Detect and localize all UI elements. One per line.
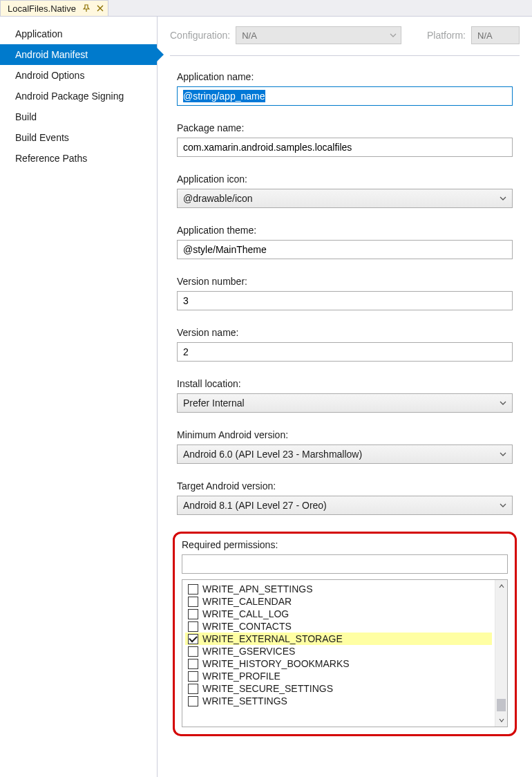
sidebar-item[interactable]: Android Manifest bbox=[0, 44, 157, 65]
permission-name: WRITE_CALL_LOG bbox=[202, 608, 289, 619]
permission-name: WRITE_APN_SETTINGS bbox=[202, 583, 312, 595]
tab-title: LocalFiles.Native bbox=[8, 3, 76, 14]
platform-dropdown: N/A bbox=[471, 26, 520, 44]
app-name-label: Application name: bbox=[177, 71, 513, 82]
install-location-dropdown[interactable]: Prefer Internal bbox=[177, 393, 513, 413]
permission-row[interactable]: WRITE_PROFILE bbox=[185, 670, 492, 682]
target-android-dropdown[interactable]: Android 8.1 (API Level 27 - Oreo) bbox=[177, 496, 513, 515]
permission-row[interactable]: WRITE_SECURE_SETTINGS bbox=[185, 682, 492, 695]
tab-bar: LocalFiles.Native bbox=[0, 0, 532, 17]
app-name-value: @string/app_name bbox=[183, 90, 265, 102]
permission-row[interactable]: WRITE_APN_SETTINGS bbox=[185, 583, 492, 595]
permission-checkbox[interactable] bbox=[188, 671, 198, 682]
min-android-dropdown[interactable]: Android 6.0 (API Level 23 - Marshmallow) bbox=[177, 444, 513, 464]
permission-row[interactable]: WRITE_EXTERNAL_STORAGE bbox=[185, 633, 492, 645]
permission-name: WRITE_EXTERNAL_STORAGE bbox=[202, 633, 343, 644]
permission-checkbox[interactable] bbox=[188, 584, 198, 595]
sidebar-item[interactable]: Android Package Signing bbox=[0, 86, 157, 106]
scroll-up-icon[interactable] bbox=[495, 580, 507, 592]
permission-row[interactable]: WRITE_GSERVICES bbox=[185, 645, 492, 657]
sidebar-item[interactable]: Application bbox=[0, 24, 157, 44]
permission-checkbox[interactable] bbox=[188, 659, 198, 669]
permission-row[interactable]: WRITE_SETTINGS bbox=[185, 695, 492, 707]
permission-name: WRITE_CALENDAR bbox=[202, 596, 292, 607]
permission-checkbox[interactable] bbox=[188, 597, 198, 607]
app-icon-label: Application icon: bbox=[177, 174, 513, 185]
configuration-label: Configuration: bbox=[170, 30, 230, 41]
permission-name: WRITE_CONTACTS bbox=[202, 621, 292, 632]
platform-value: N/A bbox=[477, 30, 493, 41]
configuration-value: N/A bbox=[242, 30, 257, 41]
sidebar-item[interactable]: Build Events bbox=[0, 127, 157, 148]
permission-checkbox[interactable] bbox=[188, 684, 198, 694]
permission-row[interactable]: WRITE_CALENDAR bbox=[185, 595, 492, 608]
chevron-down-icon bbox=[500, 452, 506, 456]
permission-row[interactable]: WRITE_CONTACTS bbox=[185, 620, 492, 633]
app-icon-dropdown[interactable]: @drawable/icon bbox=[177, 189, 513, 208]
app-theme-input[interactable] bbox=[177, 240, 513, 259]
version-number-input[interactable] bbox=[177, 291, 513, 310]
main-area: ApplicationAndroid ManifestAndroid Optio… bbox=[0, 17, 532, 777]
version-name-label: Version name: bbox=[177, 327, 513, 338]
permission-checkbox[interactable] bbox=[188, 609, 198, 619]
sidebar-item[interactable]: Build bbox=[0, 106, 157, 127]
platform-label: Platform: bbox=[427, 30, 466, 41]
permissions-filter-input[interactable] bbox=[182, 554, 508, 574]
target-android-label: Target Android version: bbox=[177, 480, 513, 492]
target-android-value: Android 8.1 (API Level 27 - Oreo) bbox=[183, 500, 327, 511]
chevron-down-icon bbox=[500, 196, 506, 200]
permission-checkbox[interactable] bbox=[188, 634, 198, 644]
permissions-label: Required permissions: bbox=[182, 539, 508, 550]
package-name-label: Package name: bbox=[177, 122, 513, 133]
close-icon[interactable] bbox=[97, 5, 104, 12]
permission-row[interactable]: WRITE_CALL_LOG bbox=[185, 608, 492, 620]
permission-name: WRITE_SETTINGS bbox=[202, 695, 287, 706]
content-panel: Configuration: N/A Platform: N/A Applica… bbox=[158, 17, 532, 777]
chevron-down-icon bbox=[390, 33, 397, 37]
sidebar-item[interactable]: Reference Paths bbox=[0, 148, 157, 169]
version-name-input[interactable] bbox=[177, 342, 513, 362]
sidebar: ApplicationAndroid ManifestAndroid Optio… bbox=[0, 17, 158, 777]
scroll-thumb[interactable] bbox=[497, 699, 506, 711]
app-name-input[interactable]: @string/app_name bbox=[177, 86, 513, 106]
pin-icon[interactable] bbox=[83, 4, 90, 12]
permission-checkbox[interactable] bbox=[188, 696, 198, 706]
package-name-input[interactable] bbox=[177, 138, 513, 157]
install-location-label: Install location: bbox=[177, 378, 513, 389]
permission-name: WRITE_PROFILE bbox=[202, 671, 281, 682]
install-location-value: Prefer Internal bbox=[183, 397, 245, 409]
sidebar-item[interactable]: Android Options bbox=[0, 65, 157, 86]
permission-name: WRITE_HISTORY_BOOKMARKS bbox=[202, 658, 350, 669]
permissions-list: WRITE_APN_SETTINGSWRITE_CALENDARWRITE_CA… bbox=[182, 579, 508, 727]
required-permissions-section: Required permissions: WRITE_APN_SETTINGS… bbox=[173, 532, 517, 736]
configuration-dropdown: N/A bbox=[236, 26, 401, 44]
app-theme-label: Application theme: bbox=[177, 225, 513, 236]
chevron-down-icon bbox=[500, 401, 506, 405]
scrollbar[interactable] bbox=[495, 580, 507, 727]
app-icon-value: @drawable/icon bbox=[183, 193, 253, 204]
scroll-down-icon[interactable] bbox=[495, 714, 507, 727]
permission-checkbox[interactable] bbox=[188, 621, 198, 632]
min-android-value: Android 6.0 (API Level 23 - Marshmallow) bbox=[183, 449, 362, 460]
chevron-down-icon bbox=[500, 503, 506, 507]
permission-name: WRITE_SECURE_SETTINGS bbox=[202, 683, 333, 694]
permission-row[interactable]: WRITE_HISTORY_BOOKMARKS bbox=[185, 657, 492, 670]
min-android-label: Minimum Android version: bbox=[177, 429, 513, 440]
document-tab[interactable]: LocalFiles.Native bbox=[0, 0, 108, 16]
config-row: Configuration: N/A Platform: N/A bbox=[170, 26, 520, 56]
version-number-label: Version number: bbox=[177, 276, 513, 287]
permission-checkbox[interactable] bbox=[188, 646, 198, 657]
permission-name: WRITE_GSERVICES bbox=[202, 646, 295, 657]
